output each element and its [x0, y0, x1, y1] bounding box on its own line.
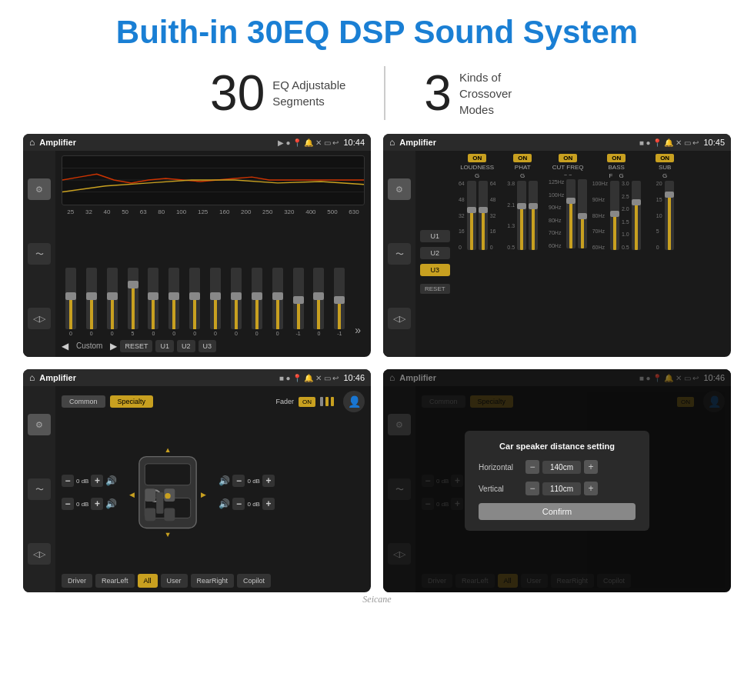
- driver-btn[interactable]: Driver: [62, 574, 92, 588]
- crossover-sidebar: ⚙ 〜 ◁▷: [383, 151, 415, 357]
- copilot-btn[interactable]: Copilot: [237, 574, 271, 588]
- horizontal-minus[interactable]: −: [525, 460, 539, 474]
- vertical-value: 110cm: [542, 482, 581, 495]
- channel-bass: ON BASS F G 100Hz90Hz80Hz70Hz60Hz 3.02.5…: [592, 154, 641, 354]
- rear-left-value: 0 dB: [76, 501, 88, 508]
- home-icon[interactable]: ⌂: [29, 137, 35, 148]
- eq-track-2[interactable]: [107, 268, 118, 329]
- fader-status-bar: ⌂ Amplifier ■ ● 📍 🔔 ✕ ▭ ↩ 10:46: [23, 369, 371, 386]
- screens-grid: ⌂ Amplifier ▶ ● 📍 🔔 ✕ ▭ ↩ 10:44 ⚙ 〜 ◁▷: [0, 134, 754, 592]
- eq-slider-11: -1: [293, 268, 304, 336]
- u2-button[interactable]: U2: [177, 340, 195, 352]
- crossover-icons: ■ ● 📍 🔔 ✕ ▭ ↩: [639, 138, 699, 147]
- avatar-icon[interactable]: 👤: [343, 391, 365, 412]
- svg-text:◀: ◀: [130, 491, 135, 498]
- eq-screen: ⌂ Amplifier ▶ ● 📍 🔔 ✕ ▭ ↩ 10:44 ⚙ 〜 ◁▷: [23, 134, 371, 357]
- reset-button[interactable]: RESET: [120, 340, 152, 352]
- svg-rect-9: [145, 508, 156, 521]
- rear-right-btn[interactable]: RearRight: [191, 574, 235, 588]
- eq-track-6[interactable]: [189, 268, 200, 329]
- page-header: Buith-in 30EQ DSP Sound System: [0, 0, 754, 58]
- eq-track-10[interactable]: [272, 268, 283, 329]
- crossover-sidebar-btn-1[interactable]: ⚙: [388, 178, 411, 200]
- all-btn[interactable]: All: [138, 574, 158, 588]
- home-icon-2[interactable]: ⌂: [389, 137, 395, 148]
- eq-track-3[interactable]: [128, 268, 138, 329]
- eq-slider-12: 0: [313, 268, 324, 336]
- speaker-area: − 0 dB + 🔊 − 0 dB + 🔊: [62, 415, 365, 569]
- eq-track-13[interactable]: [334, 268, 345, 329]
- phat-on[interactable]: ON: [513, 154, 532, 162]
- vertical-minus[interactable]: −: [525, 482, 539, 495]
- fader-screen: ⌂ Amplifier ■ ● 📍 🔔 ✕ ▭ ↩ 10:46 ⚙ 〜 ◁▷ C…: [23, 369, 371, 592]
- rear-left-btn[interactable]: RearLeft: [95, 574, 135, 588]
- cutfreq-on[interactable]: ON: [559, 154, 577, 162]
- fader-sidebar-btn-3[interactable]: ◁▷: [28, 543, 51, 565]
- eq-status-bar: ⌂ Amplifier ▶ ● 📍 🔔 ✕ ▭ ↩ 10:44: [23, 134, 371, 151]
- sub-on[interactable]: ON: [656, 154, 674, 162]
- eq-track-12[interactable]: [313, 268, 324, 329]
- eq-track-9[interactable]: [252, 268, 262, 329]
- rear-left-plus[interactable]: +: [91, 498, 103, 510]
- crossover-label: Kinds ofCrossover Modes: [459, 69, 544, 118]
- eq-sidebar-btn-2[interactable]: 〜: [28, 243, 51, 265]
- user-btn[interactable]: User: [161, 574, 188, 588]
- loudness-on[interactable]: ON: [468, 154, 486, 162]
- fader-on-btn[interactable]: ON: [299, 397, 315, 407]
- mode-specialty[interactable]: Specialty: [110, 395, 154, 408]
- rear-right-plus[interactable]: +: [262, 498, 275, 510]
- front-right-value: 0 dB: [247, 478, 259, 485]
- eq-track-11[interactable]: [293, 268, 304, 329]
- horizontal-value-box: − 140cm +: [525, 460, 598, 474]
- eq-track-0[interactable]: [65, 268, 76, 329]
- rear-left-speaker-icon: 🔊: [105, 498, 117, 509]
- cutfreq-sliders: 125Hz100Hz90Hz80Hz70Hz60Hz: [549, 179, 587, 248]
- u3-button[interactable]: U3: [199, 340, 217, 352]
- svg-rect-10: [165, 508, 175, 521]
- fader-sidebar-btn-2[interactable]: 〜: [28, 478, 51, 500]
- rear-right-value: 0 dB: [247, 501, 259, 508]
- home-icon-3[interactable]: ⌂: [29, 372, 35, 383]
- horizontal-label: Horizontal: [479, 463, 521, 472]
- next-icon[interactable]: ▶: [110, 341, 117, 352]
- u1-button[interactable]: U1: [155, 340, 174, 352]
- front-right-minus[interactable]: −: [232, 475, 245, 487]
- stats-row: 30 EQ AdjustableSegments 3 Kinds ofCross…: [0, 58, 754, 134]
- eq-sidebar-btn-1[interactable]: ⚙: [28, 178, 51, 200]
- rear-right-minus[interactable]: −: [232, 498, 245, 510]
- prev-icon[interactable]: ◀: [62, 341, 68, 352]
- eq-freq-labels: 2532405063 80100125160200 25032040050063…: [62, 208, 365, 215]
- rear-left-minus[interactable]: −: [62, 498, 74, 510]
- vertical-plus[interactable]: +: [584, 482, 598, 495]
- horizontal-plus[interactable]: +: [584, 460, 598, 474]
- eq-time: 10:44: [343, 138, 365, 147]
- front-right-plus[interactable]: +: [262, 475, 275, 487]
- crossover-number: 3: [424, 68, 452, 118]
- fader-sidebar-btn-1[interactable]: ⚙: [28, 414, 51, 435]
- preset-u2[interactable]: U2: [420, 247, 450, 259]
- eq-track-8[interactable]: [231, 268, 242, 329]
- fader-bars: [320, 397, 334, 406]
- front-left-plus[interactable]: +: [91, 475, 103, 487]
- eq-track-1[interactable]: [86, 268, 97, 329]
- crossover-sidebar-btn-2[interactable]: 〜: [388, 243, 411, 265]
- preset-u3[interactable]: U3: [420, 264, 450, 276]
- eq-sliders: 0 0 0: [62, 218, 365, 336]
- confirm-button[interactable]: Confirm: [479, 503, 636, 520]
- channel-loudness: ON LOUDNESS G 644832160 644832160: [456, 154, 499, 354]
- loudness-sliders: 644832160 644832160: [459, 181, 496, 250]
- front-right-speaker-icon: 🔊: [219, 475, 230, 486]
- eq-track-7[interactable]: [210, 268, 221, 329]
- mode-common[interactable]: Common: [62, 395, 105, 408]
- bass-on[interactable]: ON: [607, 154, 626, 162]
- front-left-minus[interactable]: −: [62, 475, 74, 487]
- preset-u1[interactable]: U1: [420, 230, 450, 242]
- svg-rect-11: [157, 492, 164, 514]
- eq-track-5[interactable]: [168, 268, 179, 329]
- eq-sidebar-btn-3[interactable]: ◁▷: [28, 308, 51, 329]
- crossover-reset-btn[interactable]: RESET: [420, 284, 450, 294]
- horizontal-row: Horizontal − 140cm +: [479, 460, 636, 474]
- crossover-sidebar-btn-3[interactable]: ◁▷: [388, 308, 411, 329]
- eq-slider-10: 0: [272, 268, 283, 336]
- eq-track-4[interactable]: [148, 268, 158, 329]
